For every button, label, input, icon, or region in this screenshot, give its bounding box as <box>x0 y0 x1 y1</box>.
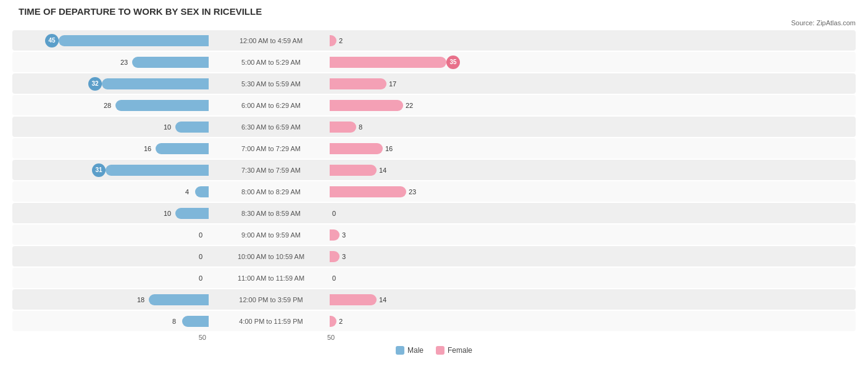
female-value: 14 <box>379 296 386 303</box>
time-label: 8:30 AM to 8:59 AM <box>212 210 330 217</box>
male-value: 0 <box>194 274 207 282</box>
male-value: 0 <box>194 231 207 239</box>
male-section: 0 <box>15 253 212 260</box>
female-value: 2 <box>339 37 343 44</box>
time-label: 7:30 AM to 7:59 AM <box>212 167 330 174</box>
male-bar-container: 4 <box>36 186 209 197</box>
male-bar <box>195 186 209 197</box>
male-section: 8 <box>15 316 212 327</box>
female-section: 22 <box>330 100 853 111</box>
legend: Male Female <box>12 346 856 355</box>
male-bar-container: 31 <box>36 163 209 177</box>
axis-left: 50 <box>12 334 210 341</box>
male-circle-value: 32 <box>88 77 102 91</box>
male-value: 28 <box>101 102 114 109</box>
female-section: 17 <box>330 78 853 89</box>
female-bar <box>330 229 340 241</box>
chart-row: 108:30 AM to 8:59 AM0 <box>12 203 856 223</box>
male-bar-container: 32 <box>36 77 209 91</box>
time-label: 9:00 AM to 9:59 AM <box>212 231 330 239</box>
chart-row: 4512:00 AM to 4:59 AM2 <box>12 30 856 51</box>
male-bar <box>106 165 209 176</box>
male-bar-container: 0 <box>36 253 209 260</box>
female-circle-value: 35 <box>446 56 460 69</box>
female-bar <box>330 78 386 89</box>
male-circle-value: 45 <box>45 34 59 47</box>
male-value: 23 <box>118 59 130 66</box>
female-bar <box>330 57 446 68</box>
source-label: Source: ZipAtlas.com <box>12 19 856 27</box>
male-value: 0 <box>194 253 207 260</box>
male-section: 4 <box>15 186 212 197</box>
male-section: 28 <box>15 100 212 111</box>
female-section: 0 <box>330 274 853 282</box>
legend-male-box <box>396 346 404 355</box>
time-label: 5:00 AM to 5:29 AM <box>212 59 330 66</box>
male-bar-container: 10 <box>36 208 209 219</box>
chart-row: 011:00 AM to 11:59 AM0 <box>12 268 856 288</box>
male-bar-container: 45 <box>36 34 209 47</box>
female-section: 35 <box>330 56 853 69</box>
male-section: 0 <box>15 274 212 282</box>
male-bar <box>132 57 209 68</box>
male-bar <box>102 78 209 89</box>
time-label: 10:00 AM to 10:59 AM <box>212 253 330 260</box>
female-value: 14 <box>379 167 386 174</box>
male-section: 45 <box>15 34 212 47</box>
legend-female: Female <box>436 346 472 355</box>
axis-right: 50 <box>327 334 856 341</box>
male-bar-container: 16 <box>36 143 209 154</box>
female-value: 2 <box>339 318 343 325</box>
chart-title: TIME OF DEPARTURE TO WORK BY SEX IN RICE… <box>12 6 856 17</box>
male-value: 10 <box>161 123 173 131</box>
female-section: 14 <box>330 165 853 176</box>
chart-row: 84:00 PM to 11:59 PM2 <box>12 311 856 331</box>
time-label: 7:00 AM to 7:29 AM <box>212 145 330 152</box>
male-section: 10 <box>15 208 212 219</box>
female-value: 8 <box>359 123 362 131</box>
female-bar <box>330 35 336 46</box>
female-value: 3 <box>342 231 346 239</box>
male-section: 0 <box>15 231 212 239</box>
male-section: 23 <box>15 57 212 68</box>
male-bar-container: 8 <box>36 316 209 327</box>
male-value: 16 <box>141 145 154 152</box>
chart-row: 1812:00 PM to 3:59 PM14 <box>12 289 856 310</box>
female-bar <box>330 251 340 262</box>
time-label: 6:00 AM to 6:29 AM <box>212 102 330 109</box>
chart-row: 48:00 AM to 8:29 AM23 <box>12 181 856 202</box>
female-value: 3 <box>342 253 346 260</box>
female-value: 23 <box>409 188 416 196</box>
male-bar-container: 28 <box>36 100 209 111</box>
male-circle-value: 31 <box>92 163 106 177</box>
female-value: 17 <box>389 80 396 88</box>
male-bar <box>175 122 209 133</box>
male-bar <box>59 35 209 46</box>
chart-row: 09:00 AM to 9:59 AM3 <box>12 225 856 245</box>
male-bar-container: 0 <box>36 231 209 239</box>
time-label: 12:00 PM to 3:59 PM <box>212 296 330 303</box>
legend-female-label: Female <box>448 346 472 355</box>
chart-area: 4512:00 AM to 4:59 AM2235:00 AM to 5:29 … <box>12 30 856 331</box>
male-section: 10 <box>15 122 212 133</box>
chart-row: 235:00 AM to 5:29 AM35 <box>12 52 856 72</box>
chart-row: 010:00 AM to 10:59 AM3 <box>12 246 856 266</box>
male-bar-container: 23 <box>36 57 209 68</box>
female-value: 0 <box>332 210 336 217</box>
time-label: 6:30 AM to 6:59 AM <box>212 123 330 131</box>
male-bar-container: 10 <box>36 122 209 133</box>
female-bar <box>330 316 336 327</box>
male-section: 16 <box>15 143 212 154</box>
female-bar <box>330 122 356 133</box>
female-value: 0 <box>332 274 336 282</box>
chart-row: 167:00 AM to 7:29 AM16 <box>12 138 856 159</box>
time-label: 5:30 AM to 5:59 AM <box>212 80 330 88</box>
male-bar-container: 18 <box>36 294 209 305</box>
female-bar <box>330 143 383 154</box>
time-label: 4:00 PM to 11:59 PM <box>212 318 330 325</box>
female-value: 16 <box>385 145 393 152</box>
female-section: 8 <box>330 122 853 133</box>
male-value: 18 <box>135 296 147 303</box>
male-bar-container: 0 <box>36 274 209 282</box>
time-label: 12:00 AM to 4:59 AM <box>212 37 330 44</box>
